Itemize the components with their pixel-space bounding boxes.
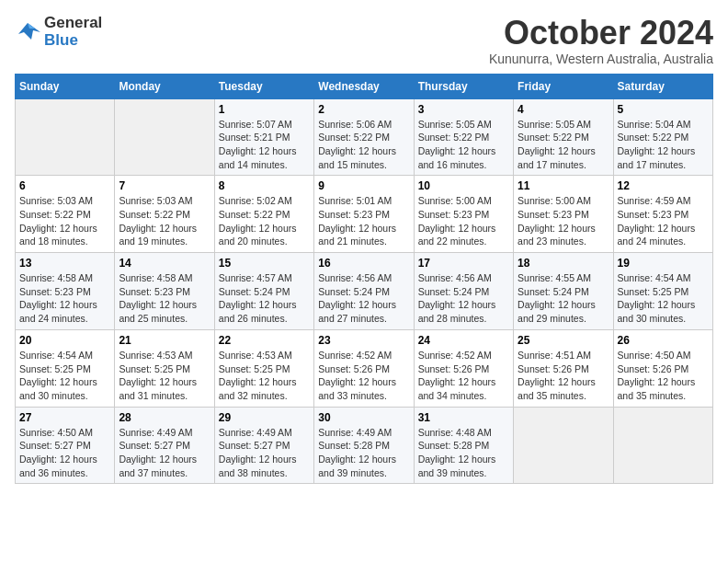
day-info: Sunrise: 4:49 AMSunset: 5:27 PMDaylight:…: [219, 426, 310, 480]
calendar-cell: 2Sunrise: 5:06 AMSunset: 5:22 PMDaylight…: [314, 98, 414, 176]
day-info: Sunrise: 4:54 AMSunset: 5:25 PMDaylight:…: [19, 349, 110, 403]
location-subtitle: Kununurra, Western Australia, Australia: [489, 52, 713, 66]
day-number: 3: [418, 103, 509, 116]
day-number: 14: [119, 257, 210, 270]
calendar-cell: 20Sunrise: 4:54 AMSunset: 5:25 PMDayligh…: [16, 329, 115, 407]
calendar-week-row: 6Sunrise: 5:03 AMSunset: 5:22 PMDaylight…: [16, 176, 713, 253]
calendar-cell: [613, 407, 712, 484]
day-info: Sunrise: 5:05 AMSunset: 5:22 PMDaylight:…: [418, 118, 509, 172]
day-info: Sunrise: 5:06 AMSunset: 5:22 PMDaylight:…: [318, 118, 409, 172]
day-number: 4: [518, 103, 609, 116]
day-info: Sunrise: 5:07 AMSunset: 5:21 PMDaylight:…: [219, 118, 310, 172]
calendar-cell: 11Sunrise: 5:00 AMSunset: 5:23 PMDayligh…: [514, 176, 613, 253]
calendar-table: SundayMondayTuesdayWednesdayThursdayFrid…: [15, 74, 713, 485]
calendar-cell: 6Sunrise: 5:03 AMSunset: 5:22 PMDaylight…: [16, 176, 115, 253]
day-info: Sunrise: 4:58 AMSunset: 5:23 PMDaylight:…: [119, 271, 210, 326]
day-info: Sunrise: 4:58 AMSunset: 5:23 PMDaylight:…: [19, 271, 110, 326]
day-number: 9: [318, 179, 409, 192]
calendar-cell: 14Sunrise: 4:58 AMSunset: 5:23 PMDayligh…: [115, 253, 214, 330]
header-day-thursday: Thursday: [414, 74, 513, 98]
calendar-cell: [16, 98, 115, 176]
day-number: 25: [518, 334, 609, 347]
day-number: 2: [318, 103, 409, 116]
day-info: Sunrise: 5:03 AMSunset: 5:22 PMDaylight:…: [19, 194, 110, 248]
calendar-cell: 7Sunrise: 5:03 AMSunset: 5:22 PMDaylight…: [115, 176, 214, 253]
day-info: Sunrise: 5:05 AMSunset: 5:22 PMDaylight:…: [518, 118, 609, 172]
calendar-cell: 4Sunrise: 5:05 AMSunset: 5:22 PMDaylight…: [514, 98, 613, 176]
month-title: October 2024: [489, 15, 713, 52]
calendar-cell: 19Sunrise: 4:54 AMSunset: 5:25 PMDayligh…: [613, 253, 712, 330]
day-number: 15: [219, 257, 310, 270]
day-number: 27: [19, 411, 110, 424]
logo-bird-icon: [15, 19, 40, 45]
calendar-cell: 15Sunrise: 4:57 AMSunset: 5:24 PMDayligh…: [214, 253, 313, 330]
title-section: October 2024 Kununurra, Western Australi…: [489, 15, 713, 66]
calendar-cell: 30Sunrise: 4:49 AMSunset: 5:28 PMDayligh…: [314, 407, 414, 484]
calendar-cell: 1Sunrise: 5:07 AMSunset: 5:21 PMDaylight…: [214, 98, 313, 176]
day-number: 1: [219, 103, 310, 116]
day-info: Sunrise: 4:49 AMSunset: 5:28 PMDaylight:…: [318, 426, 409, 480]
day-info: Sunrise: 5:03 AMSunset: 5:22 PMDaylight:…: [119, 194, 210, 248]
day-number: 8: [219, 179, 310, 192]
day-number: 5: [618, 103, 709, 116]
calendar-week-row: 1Sunrise: 5:07 AMSunset: 5:21 PMDaylight…: [16, 98, 713, 176]
calendar-cell: 31Sunrise: 4:48 AMSunset: 5:28 PMDayligh…: [414, 407, 513, 484]
day-number: 24: [418, 334, 509, 347]
logo-text: General Blue: [44, 15, 102, 49]
day-info: Sunrise: 4:53 AMSunset: 5:25 PMDaylight:…: [219, 349, 310, 403]
calendar-cell: [115, 98, 214, 176]
day-info: Sunrise: 4:59 AMSunset: 5:23 PMDaylight:…: [618, 194, 709, 248]
calendar-cell: 17Sunrise: 4:56 AMSunset: 5:24 PMDayligh…: [414, 253, 513, 330]
day-info: Sunrise: 4:50 AMSunset: 5:26 PMDaylight:…: [618, 349, 709, 403]
day-number: 20: [19, 334, 110, 347]
calendar-cell: 18Sunrise: 4:55 AMSunset: 5:24 PMDayligh…: [514, 253, 613, 330]
day-number: 6: [19, 179, 110, 192]
day-info: Sunrise: 4:56 AMSunset: 5:24 PMDaylight:…: [418, 271, 509, 326]
calendar-cell: 13Sunrise: 4:58 AMSunset: 5:23 PMDayligh…: [16, 253, 115, 330]
day-info: Sunrise: 5:00 AMSunset: 5:23 PMDaylight:…: [518, 194, 609, 248]
header-day-tuesday: Tuesday: [214, 74, 313, 98]
day-info: Sunrise: 4:52 AMSunset: 5:26 PMDaylight:…: [318, 349, 409, 403]
header-day-friday: Friday: [514, 74, 613, 98]
day-info: Sunrise: 5:01 AMSunset: 5:23 PMDaylight:…: [318, 194, 409, 248]
calendar-cell: 26Sunrise: 4:50 AMSunset: 5:26 PMDayligh…: [613, 329, 712, 407]
calendar-cell: [514, 407, 613, 484]
calendar-cell: 5Sunrise: 5:04 AMSunset: 5:22 PMDaylight…: [613, 98, 712, 176]
day-number: 11: [518, 179, 609, 192]
day-info: Sunrise: 4:53 AMSunset: 5:25 PMDaylight:…: [119, 349, 210, 403]
header-day-sunday: Sunday: [16, 74, 115, 98]
calendar-header: SundayMondayTuesdayWednesdayThursdayFrid…: [16, 74, 713, 98]
calendar-cell: 8Sunrise: 5:02 AMSunset: 5:22 PMDaylight…: [214, 176, 313, 253]
day-info: Sunrise: 4:56 AMSunset: 5:24 PMDaylight:…: [318, 271, 409, 326]
day-number: 22: [219, 334, 310, 347]
day-number: 28: [119, 411, 210, 424]
day-info: Sunrise: 5:00 AMSunset: 5:23 PMDaylight:…: [418, 194, 509, 248]
calendar-cell: 21Sunrise: 4:53 AMSunset: 5:25 PMDayligh…: [115, 329, 214, 407]
day-number: 21: [119, 334, 210, 347]
calendar-cell: 23Sunrise: 4:52 AMSunset: 5:26 PMDayligh…: [314, 329, 414, 407]
page-header: General Blue October 2024 Kununurra, Wes…: [15, 15, 713, 66]
day-number: 13: [19, 257, 110, 270]
calendar-cell: 16Sunrise: 4:56 AMSunset: 5:24 PMDayligh…: [314, 253, 414, 330]
day-info: Sunrise: 4:52 AMSunset: 5:26 PMDaylight:…: [418, 349, 509, 403]
logo: General Blue: [15, 15, 102, 49]
day-number: 18: [518, 257, 609, 270]
calendar-cell: 10Sunrise: 5:00 AMSunset: 5:23 PMDayligh…: [414, 176, 513, 253]
calendar-week-row: 27Sunrise: 4:50 AMSunset: 5:27 PMDayligh…: [16, 407, 713, 484]
day-info: Sunrise: 5:04 AMSunset: 5:22 PMDaylight:…: [618, 118, 709, 172]
calendar-week-row: 20Sunrise: 4:54 AMSunset: 5:25 PMDayligh…: [16, 329, 713, 407]
day-number: 31: [418, 411, 509, 424]
calendar-cell: 9Sunrise: 5:01 AMSunset: 5:23 PMDaylight…: [314, 176, 414, 253]
calendar-cell: 12Sunrise: 4:59 AMSunset: 5:23 PMDayligh…: [613, 176, 712, 253]
day-number: 10: [418, 179, 509, 192]
calendar-cell: 27Sunrise: 4:50 AMSunset: 5:27 PMDayligh…: [16, 407, 115, 484]
day-info: Sunrise: 4:57 AMSunset: 5:24 PMDaylight:…: [219, 271, 310, 326]
calendar-cell: 3Sunrise: 5:05 AMSunset: 5:22 PMDaylight…: [414, 98, 513, 176]
calendar-cell: 29Sunrise: 4:49 AMSunset: 5:27 PMDayligh…: [214, 407, 313, 484]
day-info: Sunrise: 4:51 AMSunset: 5:26 PMDaylight:…: [518, 349, 609, 403]
day-info: Sunrise: 4:55 AMSunset: 5:24 PMDaylight:…: [518, 271, 609, 326]
day-info: Sunrise: 4:50 AMSunset: 5:27 PMDaylight:…: [19, 426, 110, 480]
calendar-cell: 28Sunrise: 4:49 AMSunset: 5:27 PMDayligh…: [115, 407, 214, 484]
day-number: 12: [618, 179, 709, 192]
header-day-saturday: Saturday: [613, 74, 712, 98]
